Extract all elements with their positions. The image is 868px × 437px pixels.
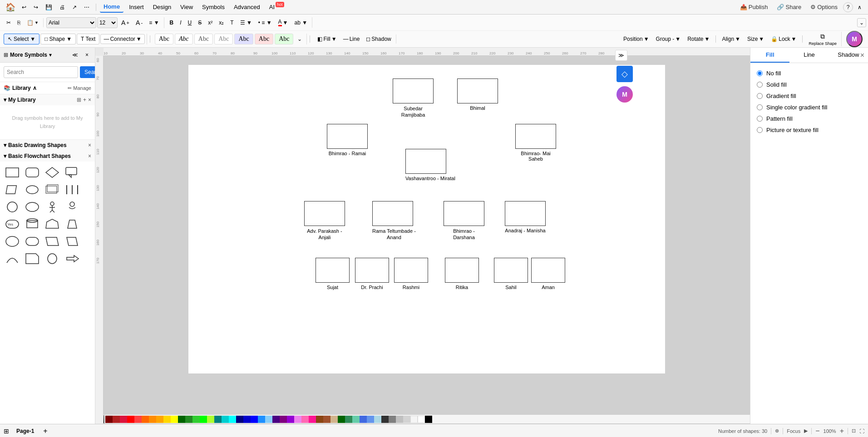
floating-avatar[interactable]: M: [616, 86, 633, 103]
shape-person[interactable]: [43, 199, 62, 215]
color-swatch-green4[interactable]: [200, 416, 207, 423]
shape-arrow-right[interactable]: [63, 250, 82, 267]
abc-style-4[interactable]: Abc: [214, 34, 233, 44]
font-size-select[interactable]: 12: [97, 17, 118, 28]
shape-cylinder[interactable]: [23, 216, 42, 232]
my-library-grid-btn[interactable]: ⊞: [77, 97, 81, 103]
fill-option-pattern[interactable]: Pattern fill: [755, 113, 863, 124]
shape-diamond[interactable]: [43, 164, 62, 181]
fill-option-single-color-gradient[interactable]: Single color gradient fill: [755, 102, 863, 113]
fullscreen-btn[interactable]: ⛶: [859, 428, 864, 434]
italic-btn[interactable]: I: [177, 18, 184, 27]
color-swatch-gray[interactable]: [389, 416, 396, 423]
font-decrease-btn[interactable]: A-: [133, 18, 145, 28]
group-btn[interactable]: Group - ▼: [653, 34, 684, 44]
layer-btn[interactable]: ⊕: [775, 428, 779, 434]
node-adv-parakash[interactable]: Adv. Parakash -Anjali: [304, 201, 345, 241]
color-swatch-g3[interactable]: [352, 416, 360, 423]
play-btn[interactable]: ▶: [804, 428, 808, 434]
color-swatch-orange1[interactable]: [142, 416, 149, 423]
expand-abc-btn[interactable]: ⌄: [295, 34, 305, 44]
color-swatch-orange3[interactable]: [156, 416, 163, 423]
color-swatch-blue3[interactable]: [258, 416, 265, 423]
avatar-btn[interactable]: M: [846, 31, 863, 47]
shape-wave[interactable]: [63, 233, 82, 250]
node-bhimrao-darshana[interactable]: Bhimrao -Darshana: [444, 201, 484, 241]
expand-styles-btn[interactable]: ⌄: [857, 18, 866, 27]
color-swatch-blue2[interactable]: [251, 416, 258, 423]
color-swatch-deeppink[interactable]: [309, 416, 316, 423]
color-swatch-teal2[interactable]: [222, 416, 229, 423]
lock-btn[interactable]: 🔒 Lock ▼: [768, 34, 799, 44]
color-swatch-black[interactable]: [425, 416, 432, 423]
abc-style-5[interactable]: Abc: [234, 34, 253, 44]
underline-btn[interactable]: U: [185, 18, 195, 27]
position-btn[interactable]: Position ▼: [621, 34, 652, 44]
color-swatch-white-smoke[interactable]: [410, 416, 418, 423]
color-swatch-blue1[interactable]: [243, 416, 251, 423]
color-swatch-red2[interactable]: [120, 416, 127, 423]
node-vashavantroo[interactable]: Vashavantroo - Miratal: [405, 149, 455, 181]
replace-shape-btn[interactable]: ⧉ Replace Shape: [806, 32, 839, 46]
menu-item-view[interactable]: View: [177, 2, 197, 12]
redo-btn[interactable]: ↪: [31, 3, 41, 12]
strikethrough-btn[interactable]: S: [195, 18, 204, 27]
shadow-btn[interactable]: ◻ Shadow: [363, 34, 394, 44]
help-button[interactable]: ?: [843, 2, 853, 12]
color-swatch-navy[interactable]: [236, 416, 243, 423]
property-panel-btn[interactable]: ◇: [616, 66, 633, 82]
my-library-close-btn[interactable]: ×: [88, 97, 91, 103]
line-btn[interactable]: — Line: [340, 34, 363, 44]
color-swatch-dark-red[interactable]: [105, 416, 113, 423]
search-button[interactable]: Search: [80, 66, 95, 78]
menu-item-symbols[interactable]: Symbols: [198, 2, 228, 12]
abc-style-6[interactable]: Abc: [255, 34, 273, 44]
color-swatch-brown2[interactable]: [323, 416, 330, 423]
export-btn[interactable]: ↗: [69, 3, 79, 12]
node-bhimrao-mai[interactable]: Bhimrao- MaiSaheb: [515, 124, 556, 162]
font-increase-btn[interactable]: A+: [118, 18, 132, 28]
select-tool-btn[interactable]: ↖ Select ▼: [4, 34, 39, 44]
color-swatch-yellow2[interactable]: [171, 416, 178, 423]
color-swatch-brown1[interactable]: [316, 416, 323, 423]
shape-trapezoid[interactable]: [63, 216, 82, 232]
fill-tab[interactable]: Fill: [750, 48, 789, 63]
abc-style-1[interactable]: Abc: [155, 34, 173, 44]
my-library-header[interactable]: ▾ My Library ⊞ + ×: [0, 94, 95, 105]
basic-flowchart-header[interactable]: ▾ Basic Flowchart Shapes ×: [0, 151, 95, 162]
text-tool-btn[interactable]: T Text: [77, 34, 99, 44]
abc-style-3[interactable]: Abc: [194, 34, 213, 44]
panel-expand-btn[interactable]: ≫: [615, 50, 627, 61]
node-bhimrao-ramai[interactable]: Bhimrao - Ramai: [327, 124, 368, 156]
color-swatch-red3[interactable]: [127, 416, 134, 423]
fill-option-picture-texture[interactable]: Picture or texture fill: [755, 124, 863, 136]
shape-rounded-rect[interactable]: [23, 164, 42, 181]
bullet-btn[interactable]: • ≡ ▼: [256, 18, 275, 27]
color-swatch-yellow1[interactable]: [163, 416, 171, 423]
shape-yes-no[interactable]: Yes: [3, 216, 22, 232]
color-swatch-b7[interactable]: [374, 416, 381, 423]
node-ritika[interactable]: Ritika: [445, 258, 479, 290]
align-btn[interactable]: ≡ ▼: [146, 18, 162, 27]
shape-curved[interactable]: [3, 250, 22, 267]
page-selector-btn[interactable]: ⊞: [4, 427, 9, 435]
shape-note[interactable]: [23, 250, 42, 267]
node-sahil[interactable]: Sahil: [494, 258, 528, 290]
color-swatch-white[interactable]: [418, 416, 425, 423]
color-swatch-green3[interactable]: [192, 416, 200, 423]
shape-oval[interactable]: [23, 199, 42, 215]
undo-btn[interactable]: ↩: [19, 3, 29, 12]
color-swatch-blue4[interactable]: [265, 416, 272, 423]
add-page-btn[interactable]: +: [41, 427, 49, 435]
more-btn[interactable]: ⋯: [81, 3, 92, 12]
canvas-content[interactable]: SubedarRamjibaba Bhimal Bhimrao - Ramai …: [104, 56, 750, 424]
zoom-in-btn[interactable]: +: [840, 427, 844, 435]
shape-oval2[interactable]: [3, 233, 22, 250]
align-arr-btn[interactable]: Align ▼: [719, 34, 743, 44]
canvas-area[interactable]: 10 20 30 40 50 60 70 80 90 100 110 120 1…: [95, 48, 750, 424]
size-btn[interactable]: Size ▼: [745, 34, 767, 44]
color-swatch-green2[interactable]: [185, 416, 192, 423]
node-subedar[interactable]: SubedarRamjibaba: [393, 79, 434, 118]
menu-item-advanced[interactable]: Advanced: [230, 2, 264, 12]
color-swatch-silver[interactable]: [396, 416, 403, 423]
